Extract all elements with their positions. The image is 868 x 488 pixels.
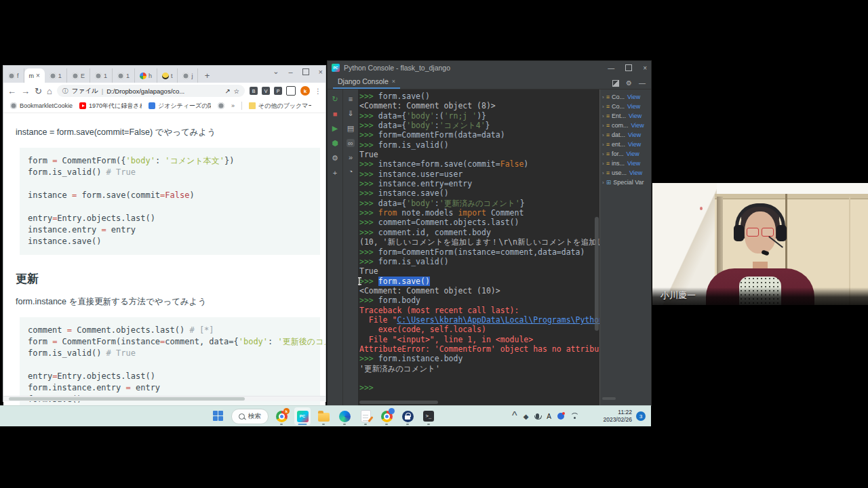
run-icon[interactable]: ▶ <box>332 124 338 133</box>
view-link[interactable]: View <box>628 141 641 148</box>
close-button[interactable]: × <box>643 64 647 72</box>
variable-row[interactable]: ›≡Ent...View <box>600 111 651 121</box>
browser-tab[interactable]: f <box>3 68 24 83</box>
variable-row[interactable]: ›≡dat...View <box>600 130 651 140</box>
settings-icon[interactable]: ⚙ <box>332 154 338 163</box>
expand-chevron-icon[interactable]: › <box>602 170 604 176</box>
rerun-icon[interactable]: ↻ <box>332 95 338 104</box>
tray-chevron-icon[interactable]: ^ <box>512 410 517 422</box>
taskbar-icon-pycharm[interactable]: PC <box>294 407 311 425</box>
new-tab-button[interactable]: + <box>201 69 213 81</box>
tray-wifi-icon[interactable] <box>570 413 579 420</box>
taskbar-icon-chrome[interactable]: k <box>273 407 290 425</box>
browser-tab[interactable]: E <box>67 68 90 83</box>
browser-tab[interactable]: t <box>157 68 178 83</box>
plus-icon[interactable]: + <box>333 169 337 177</box>
softwrap-icon[interactable]: ≡ <box>349 95 353 103</box>
view-link[interactable]: View <box>626 150 639 157</box>
variable-row[interactable]: ›≡ins...View <box>600 159 651 168</box>
browser-horizontal-scrollbar[interactable] <box>3 396 326 401</box>
maximize-button[interactable] <box>302 68 309 75</box>
close-button[interactable]: × <box>319 68 323 76</box>
hide-panel-icon[interactable]: — <box>639 79 646 87</box>
bookmark-star-icon[interactable]: ☆ <box>233 87 239 95</box>
taskbar-icon-chrome2[interactable] <box>378 407 395 425</box>
browser-tab[interactable]: 1 <box>90 68 113 83</box>
close-tab-icon[interactable]: × <box>392 78 395 85</box>
tray-mic-icon[interactable] <box>536 413 539 419</box>
tab-django-console[interactable]: Django Console × <box>333 77 400 89</box>
variable-row[interactable]: ›≡com...View <box>600 121 651 130</box>
python-console-output[interactable]: >>> form.save()<Comment: Comment object … <box>358 89 599 405</box>
expand-chevron-icon[interactable]: › <box>602 113 604 119</box>
view-link[interactable]: View <box>627 94 640 100</box>
variable-row[interactable]: ›≡Co...View <box>600 102 651 111</box>
extension-icon[interactable] <box>286 86 296 96</box>
expand-chevron-icon[interactable]: › <box>602 132 604 138</box>
view-link[interactable]: View <box>627 103 640 110</box>
float-window-icon[interactable] <box>612 80 619 87</box>
tray-app-icon[interactable] <box>557 413 564 420</box>
taskbar-icon-notepad[interactable] <box>357 407 374 425</box>
tray-dropbox-icon[interactable]: ◆ <box>524 413 529 420</box>
bookmark-item[interactable]: BookmarkletCookie... <box>10 102 73 109</box>
expand-chevron-icon[interactable]: › <box>602 151 604 157</box>
minimize-button[interactable]: – <box>288 68 292 76</box>
variable-row[interactable]: ›⊞Special Var <box>600 178 651 187</box>
browser-tab[interactable]: h <box>135 68 157 83</box>
console-vertical-scrollbar[interactable] <box>595 217 599 331</box>
forward-icon[interactable]: → <box>21 87 30 96</box>
expand-chevron-icon[interactable]: › <box>602 180 604 186</box>
other-bookmarks[interactable]: その他のブックマーク <box>249 102 311 110</box>
extension-icon[interactable]: P <box>274 87 282 95</box>
variable-row[interactable]: ›≡for...View <box>600 149 651 159</box>
browser-menu-icon[interactable]: ⋮ <box>315 87 321 95</box>
taskbar-icon-edge[interactable] <box>336 407 353 425</box>
browser-tab[interactable]: 1 <box>113 68 135 83</box>
variable-row[interactable]: ›≡ent...View <box>600 140 651 149</box>
view-link[interactable]: View <box>629 169 642 176</box>
variable-row[interactable]: ›≡Co...View <box>600 92 651 102</box>
home-icon[interactable]: ⌂ <box>47 87 52 96</box>
address-bar[interactable]: ⓘ ファイル | D:/Dropbox/galapagos/co... ↗ ☆ <box>57 85 245 97</box>
timer-icon[interactable]: ◔ <box>349 167 353 176</box>
taskbar-icon-keepass[interactable] <box>399 407 416 425</box>
bookmarks-overflow-icon[interactable]: » <box>231 102 235 109</box>
print-icon[interactable]: ▤ <box>347 124 354 133</box>
extension-icon[interactable]: V <box>262 87 270 95</box>
scrollend-icon[interactable]: ⇓ <box>347 109 353 118</box>
extension-icon[interactable]: B <box>250 87 258 95</box>
expand-chevron-icon[interactable]: › <box>602 94 604 100</box>
maximize-button[interactable] <box>625 64 632 71</box>
tray-ime-icon[interactable]: A <box>547 413 551 420</box>
browser-tab[interactable]: j <box>178 68 198 83</box>
start-button[interactable] <box>210 407 226 425</box>
taskbar-clock[interactable]: 11:22 2023/02/26 <box>603 406 632 426</box>
minimize-button[interactable]: — <box>608 64 614 72</box>
stop-icon[interactable]: ■ <box>333 110 338 118</box>
bookmark-item[interactable] <box>218 102 224 109</box>
view-link[interactable]: View <box>631 122 644 129</box>
taskbar-search[interactable]: 検索 <box>231 409 269 424</box>
view-link[interactable]: View <box>629 113 642 119</box>
settings-gear-icon[interactable]: ⚙ <box>626 79 632 87</box>
tab-search-icon[interactable]: ⌄ <box>273 67 279 76</box>
back-icon[interactable]: ← <box>7 87 16 96</box>
bug-icon[interactable]: ⬢ <box>332 139 338 148</box>
scrollbar-thumb[interactable] <box>9 397 245 401</box>
expand-chevron-icon[interactable]: › <box>602 161 604 167</box>
variable-row[interactable]: ›≡use...View <box>600 168 651 178</box>
taskbar-icon-explorer[interactable] <box>315 407 332 425</box>
bookmark-item[interactable]: ジオシティーズの閉鎖で... <box>149 102 211 110</box>
page-info-icon[interactable]: ⓘ <box>62 87 68 96</box>
notification-badge[interactable]: 3 <box>636 411 646 421</box>
view-link[interactable]: View <box>628 131 641 138</box>
showvars-icon[interactable]: ∞ <box>347 139 355 147</box>
reload-icon[interactable]: ↻ <box>35 87 42 96</box>
expand-chevron-icon[interactable]: › <box>602 104 604 110</box>
skip-icon[interactable]: » <box>349 153 353 161</box>
expand-chevron-icon[interactable]: › <box>602 123 604 129</box>
share-icon[interactable]: ↗ <box>225 87 231 95</box>
browser-tab[interactable]: m× <box>24 68 45 83</box>
view-link[interactable]: View <box>627 160 640 167</box>
